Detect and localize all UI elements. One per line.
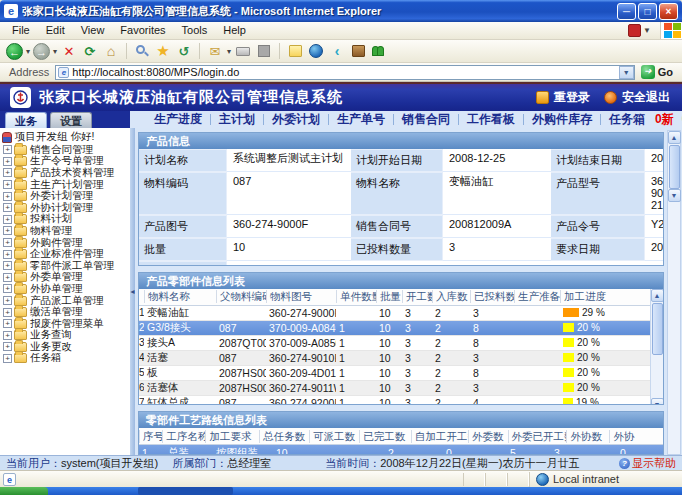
table-row-selected[interactable]: 2 G3/8接头087370-009-A0840110328 20 % bbox=[139, 321, 650, 336]
column-header[interactable]: 生产准备 bbox=[514, 290, 560, 303]
expand-icon[interactable]: + bbox=[3, 203, 12, 212]
nav-task-box[interactable]: 任务箱 bbox=[601, 111, 653, 128]
table-vertical-scrollbar[interactable]: ▲ ▼ bbox=[650, 289, 663, 405]
forward-button[interactable]: → bbox=[33, 43, 50, 60]
column-header[interactable]: 外委数 bbox=[468, 430, 507, 443]
address-dropdown-icon[interactable]: ▼ bbox=[619, 66, 634, 79]
expand-icon[interactable]: + bbox=[3, 261, 12, 270]
expand-icon[interactable]: + bbox=[3, 238, 12, 247]
menu-help[interactable]: Help bbox=[215, 22, 254, 39]
column-header[interactable]: 可派工数 bbox=[309, 430, 359, 443]
column-header[interactable]: 父物料编码 bbox=[216, 290, 266, 303]
expand-icon[interactable]: + bbox=[3, 354, 12, 363]
taskbar-item[interactable] bbox=[138, 487, 233, 495]
column-header[interactable]: 批量 bbox=[376, 290, 402, 303]
forward-dropdown-icon[interactable]: ▾ bbox=[53, 47, 57, 56]
badge-new-count[interactable]: 0新 bbox=[655, 111, 674, 128]
table-row[interactable]: 1 变幅油缸360-274-9000F10323 29 % bbox=[139, 306, 650, 321]
messenger-button[interactable] bbox=[370, 42, 388, 60]
table-row[interactable]: 4 活塞087360-274-9010F110323 20 % bbox=[139, 351, 650, 366]
column-header[interactable]: 已完工数 bbox=[359, 430, 411, 443]
nav-purchased-stock[interactable]: 外购件库存 bbox=[524, 111, 600, 128]
menu-edit[interactable]: Edit bbox=[38, 22, 73, 39]
column-header[interactable]: 总任务数 bbox=[259, 430, 309, 443]
home-button[interactable]: ⌂ bbox=[102, 42, 120, 60]
expand-icon[interactable]: + bbox=[3, 215, 12, 224]
scroll-thumb[interactable] bbox=[669, 145, 680, 189]
table-row[interactable]: 3 接头A2087QT002370-009-A0850110328 20 % bbox=[139, 336, 650, 351]
maximize-button[interactable]: □ bbox=[638, 3, 657, 20]
relogin-button[interactable]: 重登录 bbox=[536, 89, 590, 106]
research-button[interactable] bbox=[349, 42, 367, 60]
stop-button[interactable]: ✕ bbox=[60, 42, 78, 60]
nav-outsource-plan[interactable]: 外委计划 bbox=[264, 111, 328, 128]
browser-plugin-button[interactable] bbox=[307, 42, 325, 60]
scroll-down-icon[interactable]: ▼ bbox=[651, 398, 664, 405]
menu-file[interactable]: File bbox=[4, 22, 38, 39]
table-row[interactable]: 5 板2087HS002360-209-4D010110328 20 % bbox=[139, 366, 650, 381]
minimize-button[interactable]: ─ bbox=[617, 3, 636, 20]
favorites-button[interactable]: ★ bbox=[154, 42, 172, 60]
show-help-link[interactable]: ?显示帮助 bbox=[619, 456, 676, 471]
adobe-pdf-button[interactable]: ▼ bbox=[628, 23, 654, 38]
column-header[interactable]: 工序名称 bbox=[162, 430, 205, 443]
address-input[interactable] bbox=[72, 66, 618, 78]
column-header[interactable]: 外协数 bbox=[566, 430, 609, 443]
tab-business[interactable]: 业务 bbox=[5, 112, 47, 128]
menu-favorites[interactable]: Favorites bbox=[112, 22, 173, 39]
search-button[interactable] bbox=[133, 42, 151, 60]
column-header[interactable]: 外委已开工数 bbox=[508, 430, 567, 443]
expand-icon[interactable]: + bbox=[3, 331, 12, 340]
column-header[interactable]: 已投料数 bbox=[470, 290, 514, 303]
column-header[interactable]: 物料名称 bbox=[144, 290, 216, 303]
discuss-button[interactable] bbox=[286, 42, 304, 60]
nav-production-progress[interactable]: 生产进度 bbox=[146, 111, 210, 128]
scroll-up-icon[interactable]: ▲ bbox=[668, 131, 681, 144]
expand-icon[interactable]: + bbox=[3, 226, 12, 235]
scroll-thumb[interactable] bbox=[652, 303, 663, 355]
expand-icon[interactable]: + bbox=[3, 284, 12, 293]
expand-icon[interactable]: + bbox=[3, 273, 12, 282]
expand-icon[interactable]: + bbox=[3, 180, 12, 189]
table-row[interactable]: 6 活塞体2087HS002360-274-9011W110323 20 % bbox=[139, 381, 650, 396]
mail-button[interactable]: ✉ bbox=[206, 42, 224, 60]
tab-settings[interactable]: 设置 bbox=[50, 112, 92, 128]
mail-dropdown-icon[interactable]: ▾ bbox=[227, 47, 231, 56]
nav-sales-contract[interactable]: 销售合同 bbox=[394, 111, 458, 128]
back-dropdown-icon[interactable]: ▾ bbox=[26, 47, 30, 56]
column-header[interactable]: 序号 bbox=[139, 430, 162, 443]
go-button[interactable]: ➜Go bbox=[635, 65, 679, 79]
print-button[interactable] bbox=[234, 42, 252, 60]
refresh-button[interactable]: ⟳ bbox=[81, 42, 99, 60]
expand-icon[interactable]: + bbox=[3, 308, 12, 317]
page-vertical-scrollbar[interactable]: ▲ ▼ bbox=[667, 130, 681, 455]
sidebar-item-task-box[interactable]: +任务箱 bbox=[0, 353, 130, 365]
expand-icon[interactable]: + bbox=[3, 168, 12, 177]
menu-tools[interactable]: Tools bbox=[174, 22, 216, 39]
expand-icon[interactable]: + bbox=[3, 296, 12, 305]
expand-icon[interactable]: + bbox=[3, 145, 12, 154]
close-button[interactable]: × bbox=[659, 3, 678, 20]
column-header[interactable]: 开工数 bbox=[402, 290, 432, 303]
history-button[interactable]: ↺ bbox=[175, 42, 193, 60]
expand-icon[interactable]: + bbox=[3, 250, 12, 259]
edit-button[interactable] bbox=[255, 42, 273, 60]
column-header[interactable]: 单件数量 bbox=[336, 290, 376, 303]
logout-button[interactable]: 安全退出 bbox=[604, 89, 670, 106]
table-row-selected[interactable]: 1 总装 按图组装 10 2 0 5 3 0 0 bbox=[139, 445, 663, 455]
column-header[interactable]: 入库数 bbox=[432, 290, 470, 303]
nav-master-plan[interactable]: 主计划 bbox=[211, 111, 263, 128]
column-header[interactable]: 加工进度 bbox=[560, 290, 630, 303]
column-header[interactable]: 加工要求 bbox=[205, 430, 259, 443]
column-header[interactable]: 物料图号 bbox=[266, 290, 336, 303]
scroll-down-icon[interactable]: ▼ bbox=[668, 189, 681, 202]
column-header[interactable]: 外协 bbox=[609, 430, 663, 443]
table-row[interactable]: 7 缸体总成087360-274-9200F110324 19 % bbox=[139, 396, 650, 405]
nav-work-board[interactable]: 工作看板 bbox=[459, 111, 523, 128]
plugin-swoosh-button[interactable]: ‹ bbox=[328, 42, 346, 60]
menu-view[interactable]: View bbox=[73, 22, 113, 39]
expand-icon[interactable]: + bbox=[3, 192, 12, 201]
expand-icon[interactable]: + bbox=[3, 319, 12, 328]
expand-icon[interactable]: + bbox=[3, 342, 12, 351]
scroll-up-icon[interactable]: ▲ bbox=[651, 289, 664, 302]
